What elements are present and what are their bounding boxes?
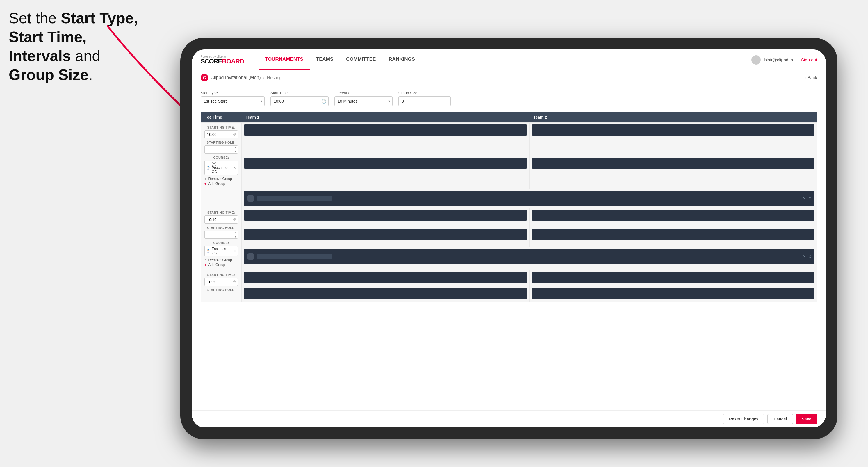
- start-type-select[interactable]: 1st Tee Start: [200, 96, 265, 106]
- stepper-down-2[interactable]: ▼: [233, 235, 238, 239]
- group-2-team2-row2: [529, 227, 817, 247]
- starting-time-label-1: STARTING TIME:: [205, 126, 238, 129]
- action-links-2: Remove Group Add Group: [205, 258, 238, 267]
- starting-time-wrap-3: ⏱: [205, 278, 238, 286]
- starting-time-wrap-2: ⏱: [205, 215, 238, 224]
- player-empty-1-t1-r1: [244, 124, 527, 135]
- start-time-input[interactable]: [271, 96, 329, 106]
- course-icon-1: 🏌: [207, 166, 211, 170]
- remove-group-1[interactable]: Remove Group: [205, 177, 238, 181]
- clock-icon: 🕐: [321, 99, 326, 103]
- player-edit-1[interactable]: ⊙: [809, 196, 812, 200]
- intervals-label: Intervals: [334, 91, 393, 95]
- remove-course-2[interactable]: ✕: [233, 249, 236, 253]
- stepper-up-2[interactable]: ▲: [233, 230, 238, 235]
- action-links-1: Remove Group Add Group: [205, 177, 238, 186]
- course-icon-2: 🏌: [207, 249, 211, 253]
- nav-rankings[interactable]: RANKINGS: [382, 50, 421, 70]
- group-2-team1-row1: [242, 208, 529, 227]
- player-x-2[interactable]: ✕: [803, 254, 806, 258]
- table-row: [201, 227, 817, 247]
- group-size-input-wrap: [398, 96, 451, 106]
- context-label: Hosting: [267, 75, 282, 80]
- group-1-left-course-search: [201, 189, 242, 208]
- tablet-screen: Powered by clipp.io SCOREBOARD TOURNAMEN…: [192, 50, 826, 428]
- tee-table: Tee Time Team 1 Team 2 STARTING TIME: ⏱: [200, 112, 817, 302]
- col-team2: Team 2: [529, 112, 817, 123]
- player-empty-3-t2-r2: [532, 288, 815, 299]
- player-empty-2-t2-r2: [532, 229, 815, 240]
- mini-clock-icon-1: ⏱: [233, 133, 236, 136]
- starting-hole-label-3: STARTING HOLE:: [205, 288, 238, 292]
- reset-changes-button[interactable]: Reset Changes: [723, 414, 765, 424]
- group-size-field: Group Size: [398, 91, 451, 106]
- player-empty-2-t1-r1: [244, 210, 527, 221]
- stepper-down-1[interactable]: ▼: [233, 150, 238, 154]
- group-1-team1-course-row: ✕ ⊙: [242, 189, 817, 208]
- group-3-team2-row1: [529, 270, 817, 286]
- group-1-team1-row2: [242, 156, 529, 189]
- instruction-and: and: [71, 48, 100, 64]
- start-time-label: Start Time: [271, 91, 329, 95]
- avatar: [751, 55, 761, 65]
- user-info: blair@clippd.io | Sign out: [751, 55, 817, 65]
- save-button[interactable]: Save: [796, 414, 817, 424]
- starting-hole-wrap-2: ▲ ▼: [205, 230, 238, 239]
- start-type-label: Start Type: [200, 91, 265, 95]
- player-empty-3-t1-r1: [244, 272, 527, 283]
- tablet-device: Powered by clipp.io SCOREBOARD TOURNAMEN…: [180, 38, 837, 439]
- table-row: [201, 156, 817, 189]
- group-size-input[interactable]: [398, 96, 451, 106]
- starting-hole-wrap-1: ▲ ▼: [205, 146, 238, 154]
- nav-committee[interactable]: COMMITTEE: [340, 50, 382, 70]
- col-team1: Team 1: [242, 112, 529, 123]
- group-2-team2-row1: [529, 208, 817, 227]
- intervals-select[interactable]: 10 Minutes: [334, 96, 393, 106]
- separator: |: [797, 57, 798, 62]
- cancel-button[interactable]: Cancel: [767, 414, 793, 424]
- group-3-left-panel: STARTING TIME: ⏱ STARTING HOLE:: [201, 270, 242, 302]
- player-edit-2[interactable]: ⊙: [809, 254, 812, 258]
- group-1-team2-row1: [529, 123, 817, 156]
- table-row: ✕ ⊙: [201, 189, 817, 208]
- hole-stepper-2[interactable]: ▲ ▼: [233, 230, 238, 239]
- mini-clock-icon-2: ⏱: [233, 218, 236, 221]
- stepper-up-1[interactable]: ▲: [233, 146, 238, 150]
- player-empty-2-t1-r2: [244, 229, 527, 240]
- breadcrumb: C Clippd Invitational (Men) › Hosting: [200, 74, 282, 82]
- start-type-select-wrap: 1st Tee Start: [200, 96, 265, 106]
- group-2-left-panel: STARTING TIME: ⏱ STARTING HOLE: ▲ ▼: [201, 208, 242, 270]
- back-button[interactable]: Back: [804, 74, 817, 81]
- group-size-label: Group Size: [398, 91, 451, 95]
- footer: Reset Changes Cancel Save: [192, 410, 826, 428]
- mini-clock-icon-3: ⏱: [233, 280, 236, 283]
- logo-board: BOARD: [222, 58, 244, 65]
- sign-out-link[interactable]: Sign out: [801, 57, 817, 62]
- brand-icon: C: [200, 74, 208, 82]
- table-row: STARTING TIME: ⏱ STARTING HOLE:: [201, 270, 817, 286]
- nav-links: TOURNAMENTS TEAMS COMMITTEE RANKINGS: [258, 50, 752, 70]
- nav-teams[interactable]: TEAMS: [310, 50, 340, 70]
- nav-tournaments[interactable]: TOURNAMENTS: [258, 50, 310, 70]
- logo-score: SCORE: [200, 58, 222, 65]
- breadcrumb-sep: ›: [263, 75, 265, 80]
- player-empty-2-t2-r1: [532, 210, 815, 221]
- remove-course-1[interactable]: ✕: [233, 166, 236, 170]
- navbar: Powered by clipp.io SCOREBOARD TOURNAMEN…: [192, 50, 826, 70]
- hole-stepper-1[interactable]: ▲ ▼: [233, 146, 238, 154]
- table-row: STARTING TIME: ⏱ STARTING HOLE: ▲ ▼: [201, 208, 817, 227]
- add-group-2[interactable]: Add Group: [205, 263, 238, 267]
- group-3-team1-row1: [242, 270, 529, 286]
- group-2-course-row: ✕ ⊙: [242, 247, 817, 270]
- starting-hole-label-2: STARTING HOLE:: [205, 226, 238, 229]
- sub-header: C Clippd Invitational (Men) › Hosting Ba…: [192, 70, 826, 85]
- group-1-team1-row1: [242, 123, 529, 156]
- logo: Powered by clipp.io SCOREBOARD: [200, 55, 244, 65]
- remove-group-2[interactable]: Remove Group: [205, 258, 238, 262]
- player-empty-3-t2-r1: [532, 272, 815, 283]
- table-row: [201, 286, 817, 302]
- player-x-1[interactable]: ✕: [803, 196, 806, 200]
- table-header-row: Tee Time Team 1 Team 2: [201, 112, 817, 123]
- add-group-1[interactable]: Add Group: [205, 182, 238, 186]
- instruction-block: Set the Start Type, Start Time, Interval…: [9, 9, 138, 84]
